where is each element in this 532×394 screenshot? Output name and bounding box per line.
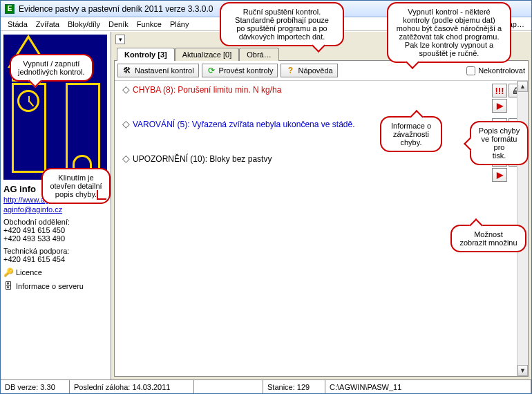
- menu-bloky[interactable]: Bloky/díly: [64, 19, 104, 30]
- check-info-text[interactable]: UPOZORNĚNÍ (10): Bloky bez pastvy: [133, 153, 492, 172]
- support-label: Technická podpora:: [3, 247, 108, 255]
- tab-panel: 🛠 Nastavení kontrol ⟳ Provést kontroly ?…: [114, 60, 529, 377]
- refresh-icon: ⟳: [207, 66, 216, 75]
- status-db: DB verze: 3.30: [1, 380, 70, 393]
- status-station: Stanice: 129: [263, 380, 325, 393]
- server-icon: 🗄: [3, 281, 13, 291]
- body-area: info AG info http://www.aginfo.cz aginfo…: [1, 31, 531, 379]
- check-item-info: ◇ UPOZORNĚNÍ (10): Bloky bez pastvy ! 🖨 …: [115, 150, 528, 185]
- show-set-button[interactable]: ▶: [492, 168, 507, 182]
- support-phone: +420 491 615 454: [3, 255, 108, 263]
- company-email[interactable]: aginfo@aginfo.cz: [3, 205, 108, 214]
- disable-label: Nekontrolovat: [478, 66, 525, 75]
- book-icon[interactable]: ◇: [119, 84, 133, 95]
- sidebar: info AG info http://www.aginfo.cz aginfo…: [1, 32, 111, 379]
- sales-phone-1: +420 491 615 450: [3, 226, 108, 234]
- menu-plany[interactable]: Plány: [166, 19, 193, 30]
- callout-set: Možnostzobrazit množinu: [450, 225, 526, 252]
- run-checks-button[interactable]: ⟳ Provést kontroly: [202, 64, 278, 77]
- disable-checks-checkbox[interactable]: Nekontrolovat: [466, 66, 525, 75]
- main-area: ▾ Kontroly [3] Aktualizace [0] Obrá… 🛠 N…: [111, 32, 531, 379]
- status-bar: DB verze: 3.30 Poslední záloha: 14.03.20…: [1, 379, 531, 393]
- sales-phone-2: +420 493 533 490: [3, 234, 108, 243]
- menu-denik[interactable]: Deník: [104, 19, 133, 30]
- menu-zvirata[interactable]: Zvířata: [32, 19, 64, 30]
- run-label: Provést kontroly: [219, 66, 274, 75]
- callout-disable: Vypnutí kontrol - některékontroly (podle…: [387, 2, 511, 63]
- app-icon: E: [5, 4, 15, 14]
- sales-label: Obchodní oddělení:: [3, 218, 108, 226]
- severity-button[interactable]: !!!: [492, 84, 507, 97]
- help-toolbar-button[interactable]: ? Nápověda: [281, 64, 337, 77]
- filter-icon[interactable]: ▾: [115, 35, 125, 44]
- tab-aktualizace[interactable]: Aktualizace [0]: [175, 48, 240, 61]
- callout-print: Popis chybyve formátu protisk.: [470, 121, 529, 165]
- key-icon: 🔑: [3, 268, 13, 277]
- scroll-up-icon[interactable]: ▲: [517, 81, 528, 92]
- tab-obra[interactable]: Obrá…: [239, 48, 278, 61]
- server-label: Informace o serveru: [16, 282, 84, 290]
- settings-label: Nastavení kontrol: [135, 66, 194, 75]
- callout-run: Ruční spuštění kontrol.Standardně probíh…: [220, 2, 344, 46]
- menu-funkce[interactable]: Funkce: [133, 19, 166, 30]
- gear-icon: 🛠: [122, 66, 132, 75]
- show-set-button[interactable]: ▶: [492, 99, 507, 113]
- status-backup: Poslední záloha: 14.03.2011: [70, 380, 194, 393]
- check-item-error: ◇ CHYBA (8): Porušení limitu min. N kg/h…: [115, 81, 528, 115]
- menu-stada[interactable]: Stáda: [3, 19, 32, 30]
- status-path: C:\AGWIN\PASW_11: [325, 380, 531, 393]
- toolbar-help-label: Nápověda: [298, 66, 332, 75]
- book-icon[interactable]: ◇: [119, 118, 133, 129]
- server-info-button[interactable]: 🗄 Informace o serveru: [3, 281, 108, 291]
- callout-detail: Klinutím jeotevřen detailnípopis chyby.: [41, 168, 111, 204]
- disable-checkbox-input[interactable]: [466, 66, 475, 75]
- check-error-text[interactable]: CHYBA (8): Porušení limitu min. N kg/ha: [133, 84, 492, 103]
- scroll-down-icon[interactable]: ▼: [517, 365, 528, 376]
- book-icon[interactable]: ◇: [119, 153, 133, 164]
- question-icon: ?: [285, 66, 295, 75]
- callout-severity: Informace ozávažnostichyby.: [380, 116, 442, 152]
- toolbar: 🛠 Nastavení kontrol ⟳ Provést kontroly ?…: [115, 61, 528, 81]
- settings-button[interactable]: 🛠 Nastavení kontrol: [117, 64, 199, 77]
- callout-toggle: Vypnutí / zapnutíjednotlivých kontrol.: [10, 54, 93, 82]
- tab-kontroly[interactable]: Kontroly [3]: [117, 48, 175, 61]
- licence-button[interactable]: 🔑 Licence: [3, 268, 108, 277]
- licence-label: Licence: [16, 268, 42, 276]
